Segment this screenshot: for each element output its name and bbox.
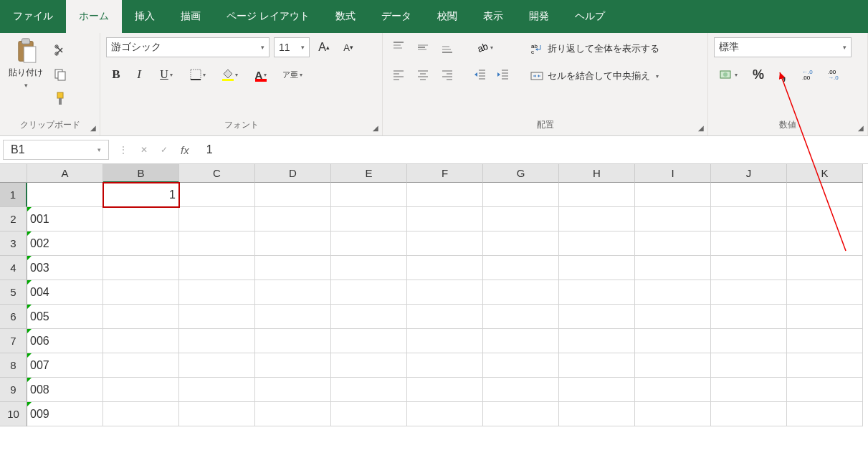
cell-F9[interactable] [407, 378, 483, 402]
cell-G7[interactable] [483, 329, 559, 353]
phonetic-button[interactable]: ア亜▾ [278, 65, 307, 85]
cell-F7[interactable] [407, 329, 483, 353]
cell-E4[interactable] [331, 256, 407, 280]
dialog-launcher-icon[interactable]: ◢ [88, 123, 98, 133]
cell-C4[interactable] [179, 256, 255, 280]
cell-F6[interactable] [407, 305, 483, 329]
col-header-D[interactable]: D [255, 164, 331, 183]
percent-button[interactable]: % [748, 65, 768, 85]
tab-ホーム[interactable]: ホーム [66, 0, 122, 33]
cell-K3[interactable] [787, 231, 863, 256]
row-header-6[interactable]: 6 [0, 305, 27, 329]
cell-I1[interactable] [635, 183, 711, 207]
fx-icon[interactable]: fx [181, 144, 189, 156]
align-top-button[interactable] [388, 37, 409, 57]
tab-数式[interactable]: 数式 [323, 0, 368, 33]
cell-E1[interactable] [331, 183, 407, 207]
cell-H4[interactable] [559, 256, 635, 280]
dialog-launcher-icon[interactable]: ◢ [371, 123, 381, 133]
decrease-decimal-button[interactable]: .00→.0 [826, 65, 846, 85]
cell-E3[interactable] [331, 231, 407, 256]
cell-A2[interactable]: 001 [27, 207, 103, 231]
number-format-combo[interactable]: 標準 ▾ [714, 37, 852, 57]
cell-A7[interactable]: 006 [27, 329, 103, 353]
align-middle-button[interactable] [413, 37, 433, 57]
formula-input[interactable]: 1 [199, 143, 868, 156]
cell-K6[interactable] [787, 305, 863, 329]
dialog-launcher-icon[interactable]: ◢ [856, 123, 866, 133]
cell-C1[interactable] [179, 183, 255, 207]
font-color-button[interactable]: A▾ [247, 65, 275, 85]
cell-H5[interactable] [559, 280, 635, 305]
row-header-5[interactable]: 5 [0, 280, 27, 305]
cell-E8[interactable] [331, 353, 407, 378]
accounting-format-button[interactable]: ▾ [714, 65, 743, 85]
cell-E10[interactable] [331, 402, 407, 426]
tab-ヘルプ[interactable]: ヘルプ [562, 0, 618, 33]
bold-button[interactable]: B [106, 65, 126, 85]
cell-J2[interactable] [711, 207, 787, 231]
cell-B1[interactable]: 1 [103, 183, 179, 207]
align-center-button[interactable] [413, 65, 433, 85]
merge-center-button[interactable]: セルを結合して中央揃え ▾ [526, 66, 664, 86]
cell-F1[interactable] [407, 183, 483, 207]
cell-K4[interactable] [787, 256, 863, 280]
col-header-G[interactable]: G [483, 164, 559, 183]
col-header-K[interactable]: K [787, 164, 863, 183]
cell-C8[interactable] [179, 353, 255, 378]
increase-decimal-button[interactable]: ←.0.00 [800, 65, 820, 85]
paste-button[interactable]: 貼り付け ▾ [6, 37, 46, 89]
col-header-B[interactable]: B [103, 164, 179, 183]
cell-H1[interactable] [559, 183, 635, 207]
orientation-button[interactable]: ab▾ [470, 37, 499, 57]
row-header-10[interactable]: 10 [0, 402, 27, 426]
cell-D2[interactable] [255, 207, 331, 231]
cancel-icon[interactable]: ✕ [140, 145, 148, 155]
cell-C9[interactable] [179, 378, 255, 402]
enter-icon[interactable]: ✓ [161, 145, 168, 155]
row-header-4[interactable]: 4 [0, 256, 27, 280]
cell-J10[interactable] [711, 402, 787, 426]
decrease-font-button[interactable]: A▾ [338, 37, 358, 57]
align-left-button[interactable] [388, 65, 409, 85]
cell-G10[interactable] [483, 402, 559, 426]
tab-ページ レイアウト[interactable]: ページ レイアウト [214, 0, 323, 33]
cell-I5[interactable] [635, 280, 711, 305]
cell-I4[interactable] [635, 256, 711, 280]
col-header-F[interactable]: F [407, 164, 483, 183]
cell-B5[interactable] [103, 280, 179, 305]
cell-D10[interactable] [255, 402, 331, 426]
cell-A6[interactable]: 005 [27, 305, 103, 329]
row-header-9[interactable]: 9 [0, 378, 27, 402]
cells-area[interactable]: 1001002003004005006007008009 [27, 183, 868, 426]
cell-C7[interactable] [179, 329, 255, 353]
cell-K8[interactable] [787, 353, 863, 378]
cell-B4[interactable] [103, 256, 179, 280]
tab-描画[interactable]: 描画 [168, 0, 214, 33]
comma-button[interactable]: , [774, 65, 794, 85]
cell-C2[interactable] [179, 207, 255, 231]
decrease-indent-button[interactable] [470, 65, 490, 85]
col-header-H[interactable]: H [559, 164, 635, 183]
cell-H9[interactable] [559, 378, 635, 402]
cell-F8[interactable] [407, 353, 483, 378]
row-header-7[interactable]: 7 [0, 329, 27, 353]
dialog-launcher-icon[interactable]: ◢ [696, 123, 706, 133]
cell-I6[interactable] [635, 305, 711, 329]
name-box[interactable]: B1 ▾ [3, 140, 109, 160]
cell-E6[interactable] [331, 305, 407, 329]
align-bottom-button[interactable] [437, 37, 457, 57]
cell-J5[interactable] [711, 280, 787, 305]
cell-I10[interactable] [635, 402, 711, 426]
cell-D7[interactable] [255, 329, 331, 353]
cell-K9[interactable] [787, 378, 863, 402]
cell-C5[interactable] [179, 280, 255, 305]
cell-D1[interactable] [255, 183, 331, 207]
cell-J3[interactable] [711, 231, 787, 256]
tab-挿入[interactable]: 挿入 [122, 0, 168, 33]
cell-A3[interactable]: 002 [27, 231, 103, 256]
cell-F5[interactable] [407, 280, 483, 305]
tab-ファイル[interactable]: ファイル [0, 0, 66, 33]
cell-K2[interactable] [787, 207, 863, 231]
cell-H2[interactable] [559, 207, 635, 231]
